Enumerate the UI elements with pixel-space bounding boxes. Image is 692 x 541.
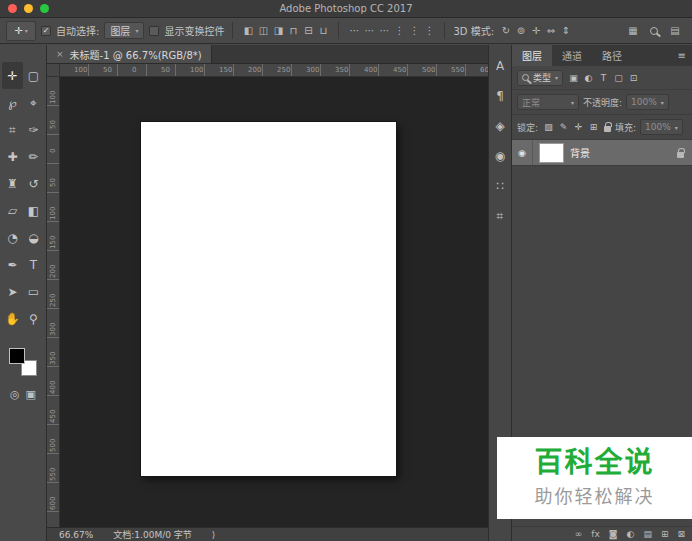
zoom-tool[interactable]: ⚲ bbox=[23, 305, 44, 332]
opacity-field[interactable]: 100% ▾ bbox=[626, 94, 669, 110]
gradient-tool[interactable]: ◧ bbox=[23, 197, 44, 224]
document-canvas[interactable] bbox=[141, 122, 396, 476]
canvas-area[interactable]: 1005005010015020025030035040045050055060… bbox=[47, 77, 488, 527]
visibility-toggle[interactable]: ◉ bbox=[512, 140, 533, 165]
swatches-icon[interactable]: ∷ bbox=[496, 179, 504, 193]
lock-icons-group: ▨✎✛⊞ bbox=[542, 122, 600, 132]
distribute-top-icon[interactable]: ⋯ bbox=[347, 25, 361, 36]
3d-slide-icon[interactable]: ⇔ bbox=[544, 25, 558, 36]
tool-preset-button[interactable]: ✛ ▾ bbox=[6, 21, 36, 41]
move-tool[interactable]: ✛ bbox=[2, 62, 23, 89]
adjustments-icon[interactable]: ◉ bbox=[495, 149, 505, 163]
distribute-bottom-icon[interactable]: ⋯ bbox=[377, 25, 391, 36]
lock-position-icon[interactable]: ✛ bbox=[572, 122, 585, 132]
align-right-icon[interactable]: ◨ bbox=[271, 25, 285, 36]
lock-transparent-icon[interactable]: ▨ bbox=[542, 122, 555, 132]
close-button[interactable] bbox=[8, 4, 17, 13]
eyedropper-tool[interactable]: ✑ bbox=[23, 116, 44, 143]
show-transform-checkbox[interactable] bbox=[149, 26, 159, 36]
hand-tool[interactable]: ✋ bbox=[2, 305, 23, 332]
history-brush-tool[interactable]: ↺ bbox=[23, 170, 44, 197]
panel-grid-icon[interactable]: ▦ bbox=[626, 25, 640, 36]
filter-shape-icon[interactable]: ▢ bbox=[612, 73, 625, 83]
pen-tool[interactable]: ✒ bbox=[2, 251, 23, 278]
3d-scale-icon[interactable]: ⇕ bbox=[559, 25, 573, 36]
lock-artboard-icon[interactable]: ⊞ bbox=[587, 122, 600, 132]
auto-select-checkbox[interactable]: ✓ bbox=[41, 26, 51, 36]
align-top-icon[interactable]: ⊓ bbox=[286, 25, 300, 36]
adjustment-layer-icon[interactable]: ◐ bbox=[627, 529, 635, 539]
quick-selection-tool[interactable]: ⌖ bbox=[23, 89, 44, 116]
properties-icon[interactable]: ⌗ bbox=[497, 209, 504, 223]
zoom-button[interactable] bbox=[40, 4, 49, 13]
foreground-color-swatch[interactable] bbox=[9, 348, 25, 364]
workspace-switcher-icon[interactable]: ▤ bbox=[668, 25, 682, 36]
panel-tab[interactable]: 通道 bbox=[552, 45, 592, 66]
3d-rotate-icon[interactable]: ↻ bbox=[499, 25, 513, 36]
filter-type-dropdown[interactable]: 类型 ▾ bbox=[517, 70, 563, 86]
dodge-tool[interactable]: ◒ bbox=[23, 224, 44, 251]
close-icon[interactable]: × bbox=[56, 49, 64, 59]
new-group-icon[interactable]: ▤ bbox=[643, 529, 652, 539]
layer-row-background[interactable]: ◉ 背景 bbox=[512, 140, 692, 166]
zoom-level[interactable]: 66.67% bbox=[59, 530, 93, 540]
crop-tool[interactable]: ⌗ bbox=[2, 116, 23, 143]
filter-adjustment-icon[interactable]: ◐ bbox=[582, 73, 595, 83]
layer-thumbnail[interactable] bbox=[540, 144, 563, 162]
status-chevron-icon[interactable]: ⟩ bbox=[212, 530, 216, 540]
3d-drag-icon[interactable]: ✛ bbox=[529, 25, 543, 36]
character-panel-icon[interactable]: A bbox=[496, 59, 504, 73]
ruler-label: 600 bbox=[480, 64, 488, 76]
auto-select-target-dropdown[interactable]: 图层 ▾ bbox=[104, 22, 144, 39]
fill-label: 填充: bbox=[615, 121, 636, 134]
panel-menu-icon[interactable]: ≡ bbox=[678, 50, 686, 61]
panel-tab[interactable]: 图层 bbox=[512, 45, 552, 66]
blend-mode-dropdown[interactable]: 正常 ▾ bbox=[517, 94, 579, 110]
marquee-tool[interactable]: ▢ bbox=[23, 62, 44, 89]
layer-style-icon[interactable]: fx bbox=[591, 529, 600, 539]
align-bottom-icon[interactable]: ⊔ bbox=[316, 25, 330, 36]
link-layers-icon[interactable]: ∞ bbox=[575, 529, 583, 539]
path-selection-tool[interactable]: ➤ bbox=[2, 278, 23, 305]
brush-tool[interactable]: ✏ bbox=[23, 143, 44, 170]
panel-tab[interactable]: 路径 bbox=[592, 45, 632, 66]
shape-tool[interactable]: ▭ bbox=[23, 278, 44, 305]
filter-pixel-icon[interactable]: ▣ bbox=[567, 73, 580, 83]
ruler-label: 0 bbox=[132, 64, 161, 76]
fill-field[interactable]: 100% ▾ bbox=[640, 119, 683, 135]
delete-layer-icon[interactable]: ⊠ bbox=[677, 529, 685, 539]
distribute-right-icon[interactable]: ⋮ bbox=[422, 25, 436, 36]
new-layer-icon[interactable]: ⊞ bbox=[661, 529, 669, 539]
align-center-h-icon[interactable]: ◫ bbox=[256, 25, 270, 36]
search-icon[interactable] bbox=[650, 27, 658, 35]
lock-label: 锁定: bbox=[517, 121, 538, 134]
filter-type-icon[interactable]: T bbox=[597, 73, 610, 83]
watermark-subtitle: 助你轻松解决 bbox=[535, 482, 655, 508]
layer-comps-icon[interactable]: ◈ bbox=[495, 119, 504, 133]
distribute-middle-icon[interactable]: ⋯ bbox=[362, 25, 376, 36]
align-middle-icon[interactable]: ⊟ bbox=[301, 25, 315, 36]
distribute-center-icon[interactable]: ⋮ bbox=[407, 25, 421, 36]
chevron-down-icon: ▾ bbox=[675, 124, 678, 131]
eraser-tool[interactable]: ▱ bbox=[2, 197, 23, 224]
layer-mask-icon[interactable]: ◙ bbox=[609, 529, 618, 539]
document-tab[interactable]: × 未标题-1 @ 66.7%(RGB/8*) bbox=[47, 45, 212, 63]
h-ruler-labels: 1005005010015020025030035040045050055060… bbox=[60, 64, 488, 76]
align-left-icon[interactable]: ◧ bbox=[241, 25, 255, 36]
screen-mode-icon[interactable]: ▣ bbox=[26, 388, 36, 401]
3d-roll-icon[interactable]: ⊚ bbox=[514, 25, 528, 36]
quick-mask-icon[interactable]: ◎ bbox=[10, 388, 20, 401]
lasso-tool[interactable]: ℘ bbox=[2, 89, 23, 116]
filter-smart-object-icon[interactable]: ⊡ bbox=[627, 73, 640, 83]
type-tool[interactable]: T bbox=[23, 251, 44, 278]
lock-all-icon[interactable] bbox=[604, 126, 611, 132]
paragraph-panel-icon[interactable]: ¶ bbox=[496, 89, 504, 103]
blur-tool[interactable]: ◔ bbox=[2, 224, 23, 251]
photoshop-window: Adobe Photoshop CC 2017 ✛ ▾ ✓ 自动选择: 图层 ▾… bbox=[0, 0, 692, 541]
distribute-left-icon[interactable]: ⋮ bbox=[392, 25, 406, 36]
ruler-origin[interactable] bbox=[47, 64, 60, 76]
healing-brush-tool[interactable]: ✚ bbox=[2, 143, 23, 170]
clone-stamp-tool[interactable]: ♜ bbox=[2, 170, 23, 197]
minimize-button[interactable] bbox=[24, 4, 33, 13]
lock-pixels-icon[interactable]: ✎ bbox=[557, 122, 570, 132]
